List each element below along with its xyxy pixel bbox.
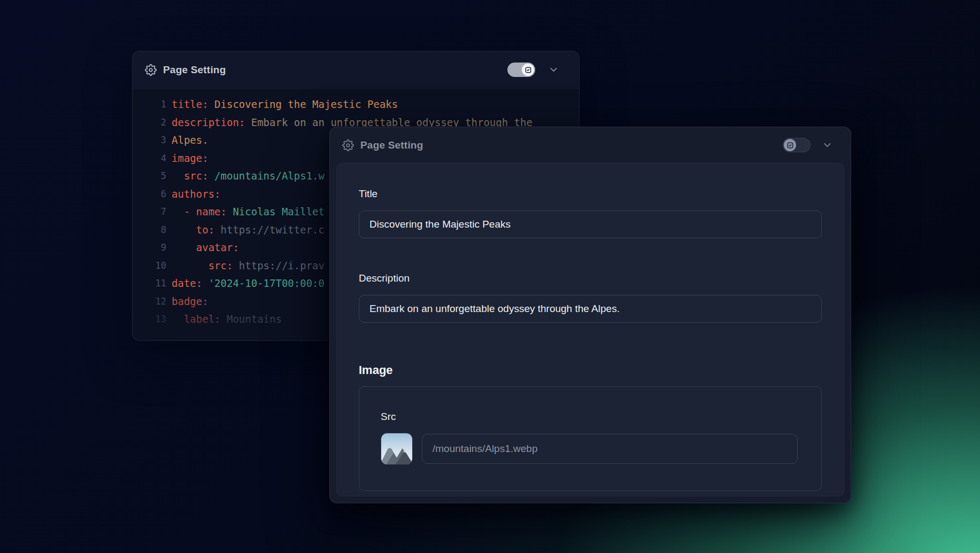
line-number: 13	[133, 310, 166, 329]
view-mode-toggle[interactable]	[507, 63, 535, 77]
toggle-knob	[522, 64, 534, 76]
code-text: Alpes.	[166, 131, 209, 150]
page-setting-form-panel: Page Setting Title Description Image Src	[329, 127, 851, 503]
line-number: 7	[133, 203, 166, 221]
view-mode-toggle[interactable]	[783, 138, 811, 152]
page-setting-form: Title Description Image Src	[336, 163, 844, 496]
gear-icon	[145, 64, 157, 76]
code-line[interactable]: 1title: Discovering the Majestic Peaks	[133, 96, 579, 114]
description-input[interactable]	[359, 295, 822, 323]
line-number: 1	[133, 96, 166, 114]
code-text: to: https://twitter.c	[166, 221, 325, 239]
image-settings-group: Src	[359, 386, 822, 491]
code-text: src: https://i.prav	[166, 257, 325, 275]
collapse-button[interactable]	[547, 64, 559, 76]
src-field-label: Src	[381, 411, 798, 423]
checkbox-icon	[524, 66, 532, 74]
line-number: 11	[133, 275, 166, 293]
code-text: src: /mountains/Alps1.w	[166, 167, 325, 185]
code-panel-header: Page Setting	[133, 51, 579, 88]
line-number: 4	[133, 150, 166, 168]
src-row	[381, 433, 798, 465]
line-number: 2	[133, 114, 166, 132]
chevron-down-icon	[548, 64, 559, 75]
line-number: 10	[133, 257, 166, 275]
image-thumbnail	[381, 433, 413, 465]
code-text: - name: Nicolas Maillet	[166, 203, 325, 221]
collapse-button[interactable]	[821, 139, 833, 151]
code-text: badge:	[166, 293, 209, 311]
line-number: 3	[133, 131, 166, 150]
line-number: 5	[133, 167, 166, 185]
form-panel-header: Page Setting	[330, 127, 851, 163]
code-text: title: Discovering the Majestic Peaks	[166, 96, 398, 114]
toggle-knob	[784, 139, 796, 151]
description-field-label: Description	[359, 272, 822, 284]
image-src-input[interactable]	[422, 434, 798, 464]
line-number: 12	[133, 293, 166, 311]
image-section-heading: Image	[359, 363, 822, 377]
checkbox-icon	[786, 142, 794, 149]
code-text: label: Mountains	[166, 310, 282, 329]
panel-title: Page Setting	[360, 139, 423, 151]
line-number: 9	[133, 239, 166, 257]
chevron-down-icon	[822, 139, 833, 151]
code-text: date: '2024-10-17T00:00:0	[166, 275, 325, 293]
desktop-background: Page Setting 1title: Discovering the Maj…	[0, 0, 980, 553]
title-input[interactable]	[359, 211, 822, 238]
line-number: 6	[133, 185, 166, 204]
code-text: image:	[166, 150, 209, 168]
title-field-label: Title	[359, 188, 822, 200]
gear-icon	[342, 139, 354, 151]
code-text: authors:	[166, 185, 221, 204]
code-text: avatar:	[166, 239, 239, 257]
panel-title: Page Setting	[163, 64, 226, 76]
line-number: 8	[133, 221, 166, 239]
